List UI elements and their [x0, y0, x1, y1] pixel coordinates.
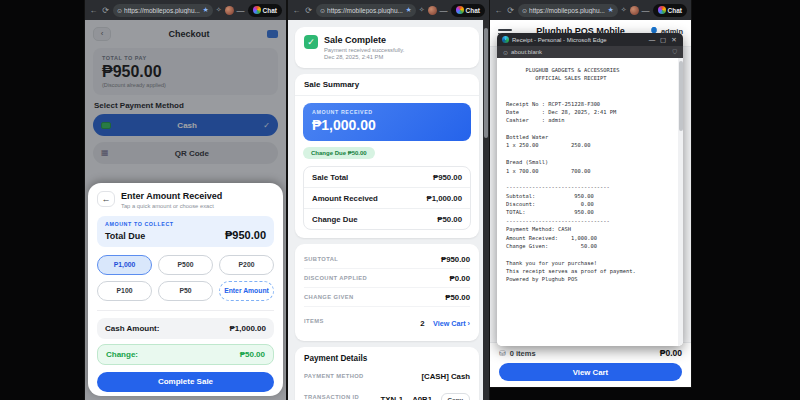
- address-bar[interactable]: ⊙ https://mobilepos.plughu... ★: [316, 4, 416, 17]
- url-text: https://mobilepos.plughu...: [124, 7, 200, 14]
- browser-toolbar: ← ⟳ ⊙ https://mobilepos.plughu... ★ ✧ — …: [288, 0, 489, 20]
- profile-avatar[interactable]: [428, 6, 437, 15]
- scrollbar-track[interactable]: [483, 20, 489, 400]
- popup-url-text: about:blank: [511, 49, 669, 55]
- sale-complete-text: Sale Complete Payment received successfu…: [324, 35, 404, 60]
- cart-total-value: ₱0.00: [660, 348, 682, 358]
- profile-avatar[interactable]: [630, 6, 639, 15]
- amount-received-box: AMOUNT RECEIVED ₱1,000.00: [303, 103, 471, 141]
- view-cart-link[interactable]: View Cart ›: [433, 319, 470, 328]
- back-icon[interactable]: ←: [89, 6, 98, 15]
- modal-divider: [97, 310, 274, 311]
- modal-subtitle: Tap a quick amount or choose exact: [121, 203, 222, 209]
- transaction-id-cell: TXN-1-...A0B1 Copy: [381, 388, 470, 400]
- cart-items-count: 0 items: [510, 349, 656, 358]
- site-info-icon[interactable]: ⊙: [503, 49, 508, 56]
- favorite-icon[interactable]: ⛉: [672, 49, 677, 56]
- receipt-viewport: PLUGHUB GADGETS & ACCESSORIES OFFICIAL S…: [497, 58, 683, 346]
- popup-scrollbar-track[interactable]: [678, 58, 683, 346]
- profile-avatar[interactable]: [225, 6, 234, 15]
- popup-scrollbar-thumb[interactable]: [679, 61, 683, 131]
- cart-footer: ⛁ 0 items ₱0.00 View Cart: [490, 342, 691, 387]
- receipt-popup-window: Receipt - Personal - Microsoft Edge — ▢ …: [497, 33, 683, 346]
- quick-amount-grid: P1,000 P500 P200 P100 P50 Enter Amount: [97, 255, 274, 301]
- transaction-id-value: TXN-1-...A0B1: [381, 395, 433, 400]
- refresh-icon[interactable]: ⟳: [304, 6, 313, 15]
- extensions-icon[interactable]: ✧: [621, 6, 627, 14]
- quick-amount-50[interactable]: P50: [158, 281, 213, 301]
- extensions-icon[interactable]: ✧: [419, 6, 425, 14]
- url-text: https://mobilepos.plughu...: [529, 7, 605, 14]
- transaction-id-row: TRANSACTION ID TXN-1-...A0B1 Copy: [304, 384, 470, 400]
- minimize-icon[interactable]: —: [440, 6, 448, 15]
- modal-back-button[interactable]: ←: [97, 191, 115, 207]
- summary-rows: Sale Total ₱950.00 Amount Received ₱1,00…: [303, 166, 471, 230]
- popup-close-icon[interactable]: ✕: [670, 36, 678, 44]
- table-row: Sale Total ₱950.00: [304, 167, 470, 188]
- chat-icon: [456, 6, 464, 14]
- url-text: https://mobilepos.plughu...: [327, 7, 403, 14]
- scrollbar-thumb[interactable]: [484, 28, 488, 138]
- address-bar[interactable]: ⊙ https://mobilepos.plughu... ★: [518, 4, 618, 17]
- table-row: CHANGE GIVEN ₱50.00: [304, 288, 470, 307]
- chat-button[interactable]: Chat: [653, 4, 687, 17]
- items-cell: 2 View Cart ›: [420, 312, 470, 330]
- sale-summary-body: AMOUNT RECEIVED ₱1,000.00 Change Due ₱50…: [295, 96, 479, 238]
- extensions-icon[interactable]: ✧: [216, 6, 222, 14]
- site-info-icon[interactable]: ⊙: [320, 7, 325, 14]
- sale-complete-subtitle: Payment received successfully.: [324, 47, 404, 53]
- complete-sale-button[interactable]: Complete Sale: [97, 372, 274, 392]
- sale-complete-timestamp: Dec 28, 2025, 2:41 PM: [324, 54, 404, 60]
- items-count: 2: [420, 319, 424, 328]
- chat-icon: [253, 6, 261, 14]
- minimize-icon[interactable]: —: [642, 6, 650, 15]
- quick-amount-1000[interactable]: P1,000: [97, 255, 152, 275]
- checkout-browser-window: ← ⟳ ⊙ https://mobilepos.plughu... ★ ✧ — …: [85, 0, 286, 400]
- modal-title-block: Enter Amount Received Tap a quick amount…: [121, 191, 222, 209]
- popup-maximize-icon[interactable]: ▢: [659, 36, 667, 44]
- minimize-icon[interactable]: —: [237, 6, 245, 15]
- bookmark-star-icon[interactable]: ★: [405, 6, 411, 14]
- payment-method-row: PAYMENT METHOD [CASH] Cash: [304, 368, 470, 384]
- sale-complete-banner: ✓ Sale Complete Payment received success…: [295, 27, 479, 68]
- quick-amount-200[interactable]: P200: [219, 255, 274, 275]
- table-row: SUBTOTAL ₱950.00: [304, 250, 470, 269]
- table-row: Change Due ₱50.00: [304, 209, 470, 229]
- quick-amount-500[interactable]: P500: [158, 255, 213, 275]
- quick-amount-100[interactable]: P100: [97, 281, 152, 301]
- back-icon[interactable]: ←: [494, 6, 503, 15]
- address-bar[interactable]: ⊙ https://mobilepos.plughu... ★: [113, 4, 213, 17]
- bookmark-star-icon[interactable]: ★: [202, 6, 208, 14]
- totals-card: SUBTOTAL ₱950.00 DISCOUNT APPLIED ₱0.00 …: [295, 244, 479, 341]
- back-icon[interactable]: ←: [292, 6, 301, 15]
- pos-page: Plughub POS Mobile Multi-tenant mode 👤 a…: [490, 20, 691, 387]
- sale-summary-card: Sale Summary AMOUNT RECEIVED ₱1,000.00 C…: [295, 74, 479, 238]
- view-cart-button[interactable]: View Cart: [499, 363, 682, 381]
- site-info-icon[interactable]: ⊙: [117, 7, 122, 14]
- popup-address-bar[interactable]: ⊙ about:blank ⛉: [497, 46, 683, 58]
- success-check-icon: ✓: [304, 35, 318, 49]
- payment-details-card: Payment Details PAYMENT METHOD [CASH] Ca…: [295, 347, 479, 400]
- change-value: ₱50.00: [240, 350, 265, 359]
- chat-button[interactable]: Chat: [451, 4, 485, 17]
- popup-minimize-icon[interactable]: —: [648, 36, 656, 43]
- chat-button[interactable]: Chat: [248, 4, 282, 17]
- receipt-text: PLUGHUB GADGETS & ACCESSORIES OFFICIAL S…: [497, 58, 683, 292]
- cart-summary-row: ⛁ 0 items ₱0.00: [499, 348, 682, 358]
- table-row: Amount Received ₱1,000.00: [304, 188, 470, 209]
- sale-summary-title: Sale Summary: [295, 74, 479, 96]
- change-row: Change: ₱50.00: [97, 344, 274, 365]
- modal-header: ← Enter Amount Received Tap a quick amou…: [97, 191, 274, 209]
- items-row: ITEMS 2 View Cart ›: [304, 307, 470, 334]
- cash-amount-value: ₱1,000.00: [230, 324, 266, 333]
- refresh-icon[interactable]: ⟳: [506, 6, 515, 15]
- amount-to-collect-box: AMOUNT TO COLLECT Total Due ₱950.00: [97, 216, 274, 247]
- cash-amount-row: Cash Amount: ₱1,000.00: [97, 318, 274, 339]
- bookmark-star-icon[interactable]: ★: [607, 6, 613, 14]
- refresh-icon[interactable]: ⟳: [101, 6, 110, 15]
- site-info-icon[interactable]: ⊙: [522, 7, 527, 14]
- sale-complete-title: Sale Complete: [324, 35, 404, 45]
- popup-titlebar[interactable]: Receipt - Personal - Microsoft Edge — ▢ …: [497, 33, 683, 46]
- enter-amount-button[interactable]: Enter Amount: [219, 281, 274, 301]
- copy-button[interactable]: Copy: [441, 393, 470, 400]
